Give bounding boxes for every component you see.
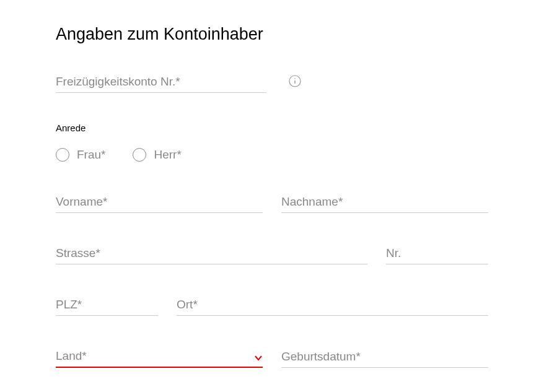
ort-input[interactable]	[177, 294, 488, 316]
account-number-input[interactable]	[56, 71, 266, 93]
radio-label-herr: Herr*	[154, 148, 181, 162]
radio-option-herr[interactable]: Herr*	[133, 148, 181, 162]
radio-circle-icon	[133, 148, 146, 162]
anrede-section: Anrede Frau* Herr*	[56, 123, 488, 162]
plz-field-wrapper	[56, 294, 158, 316]
chevron-down-icon	[254, 352, 263, 360]
radio-circle-icon	[56, 148, 69, 162]
nr-input[interactable]	[386, 243, 488, 264]
row-address	[56, 243, 488, 264]
account-field-wrapper	[56, 71, 266, 93]
strasse-field-wrapper	[56, 243, 367, 264]
land-field-wrapper: Land*	[56, 346, 263, 368]
vorname-input[interactable]	[56, 191, 263, 213]
svg-point-2	[294, 78, 296, 79]
anrede-radio-group: Frau* Herr*	[56, 148, 488, 162]
anrede-label: Anrede	[56, 123, 488, 133]
section-title: Angaben zum Kontoinhaber	[56, 25, 488, 44]
geburtsdatum-input[interactable]	[281, 346, 488, 368]
row-city	[56, 294, 488, 316]
radio-label-frau: Frau*	[77, 148, 105, 162]
info-icon[interactable]	[289, 75, 301, 87]
vorname-field-wrapper	[56, 191, 263, 213]
geburtsdatum-field-wrapper	[281, 346, 488, 368]
strasse-input[interactable]	[56, 243, 367, 264]
row-land-dob: Land*	[56, 346, 488, 368]
nr-field-wrapper	[386, 243, 488, 264]
row-name	[56, 191, 488, 213]
radio-option-frau[interactable]: Frau*	[56, 148, 105, 162]
plz-input[interactable]	[56, 294, 158, 316]
nachname-field-wrapper	[281, 191, 488, 213]
nachname-input[interactable]	[281, 191, 488, 213]
land-placeholder: Land*	[56, 349, 87, 363]
row-account	[56, 71, 488, 93]
land-select[interactable]: Land*	[56, 346, 263, 368]
ort-field-wrapper	[177, 294, 488, 316]
